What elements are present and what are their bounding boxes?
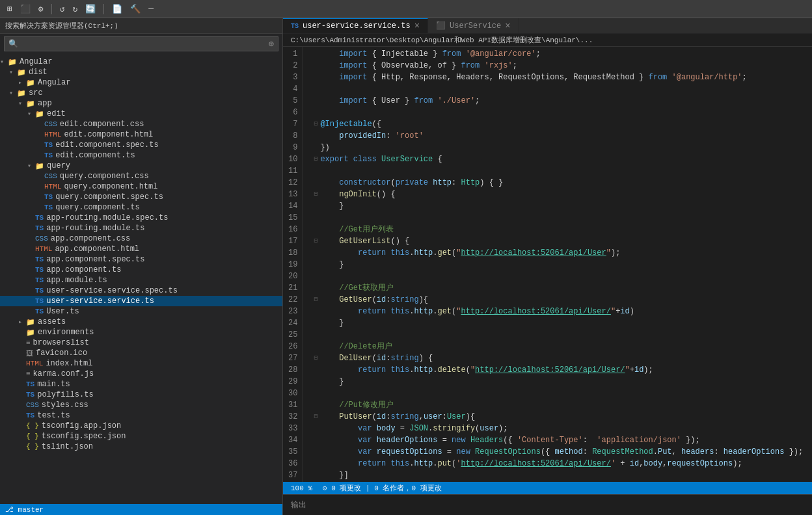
tree-item-query-spec[interactable]: TSquery.component.spec.ts [0,192,282,202]
tree-item-edit-html[interactable]: HTMLedit.component.html [0,129,282,140]
code-line-19: } [311,259,812,271]
toolbar-icon-build[interactable]: 🔨 [128,3,142,16]
toolbar-icon-file[interactable]: 📄 [110,3,124,16]
tree-label: tsconfig.app.json [42,421,121,430]
folder-icon: 📁 [26,318,35,326]
tree-label: src [29,88,43,98]
tab-close-btn[interactable]: × [505,21,510,31]
fold-gutter-10[interactable]: ⊟ [311,153,320,165]
zoom-level: 100 % [291,484,312,492]
folder-icon: 📁 [35,162,44,170]
code-text-3: import { Http, Response, Headers, Reques… [320,72,812,83]
tree-item-karma[interactable]: ≡karma.conf.js [0,369,282,379]
search-input[interactable] [21,40,269,48]
line-number-19: 19 [288,259,297,271]
tree-item-dist[interactable]: ▾📁dist [0,67,282,77]
tree-item-user-service-ts[interactable]: TSuser-service.service.ts [0,296,282,306]
tree-item-favicon[interactable]: 🖼favicon.ico [0,348,282,358]
json-icon: { } [26,443,39,451]
tree-item-tslint[interactable]: { }tslint.json [0,442,282,452]
toolbar-icon-redo[interactable]: ↻ [70,3,79,16]
tree-item-edit-css[interactable]: CSSedit.component.css [0,119,282,129]
tree-item-src[interactable]: ▾📁src [0,88,282,98]
fold-gutter-27[interactable]: ⊟ [311,352,320,364]
code-line-35: var requestOptions = new RequestOptions(… [311,446,812,458]
ts-icon: TS [44,152,53,159]
tree-item-polyfills[interactable]: TSpolyfills.ts [0,390,282,400]
tree-item-query-css[interactable]: CSSquery.component.css [0,171,282,181]
code-text-29: } [320,376,812,388]
fold-gutter-13[interactable]: ⊟ [311,189,320,200]
tree-label: styles.css [42,401,88,410]
toolbar-icon-undo[interactable]: ↺ [58,3,67,16]
tree-item-angular-dist[interactable]: ▸📁Angular [0,77,282,88]
tree-label: Angular [38,78,70,87]
tree-item-app-routing-spec[interactable]: TSapp-routing.module.spec.ts [0,213,282,223]
tree-item-tsconfig-app[interactable]: { }tsconfig.app.json [0,421,282,431]
tree-label: query.component.spec.ts [55,192,163,202]
tree-item-edit-spec[interactable]: TSedit.component.spec.ts [0,140,282,150]
toolbar-icon-2[interactable]: ⬛ [18,3,33,16]
tree-label: query.component.css [60,172,149,181]
ts-icon: TS [35,256,44,263]
tree-item-app-css[interactable]: CSSapp.component.css [0,233,282,244]
code-line-12: constructor(private http: Http) { } [311,177,812,189]
tree-item-user-service-spec[interactable]: TSuser-service.service.spec.ts [0,285,282,296]
breadcrumb-bar: C:\Users\Administrator\Desktop\Angular和W… [283,34,812,47]
editor-tab-0[interactable]: TSuser-service.service.ts× [283,18,428,33]
code-content[interactable]: import { Injectable } from '@angular/cor… [303,47,812,482]
code-line-20 [311,271,812,282]
toolbar-icon-3[interactable]: ⚙ [36,3,46,16]
line-number-29: 29 [288,376,297,388]
tree-item-tsconfig-spec[interactable]: { }tsconfig.spec.json [0,431,282,442]
tree-item-environments[interactable]: 📁environments [0,327,282,337]
tree-item-query[interactable]: ▾📁query [0,161,282,171]
tree-item-app-spec[interactable]: TSapp.component.spec.ts [0,254,282,265]
tab-close-btn[interactable]: × [414,21,420,31]
tree-item-user-ts[interactable]: TSUser.ts [0,306,282,317]
line-number-26: 26 [288,341,297,352]
file-tree: ▾📁Angular▾📁dist▸📁Angular▾📁src▾📁app▾📁edit… [0,54,282,504]
code-text-24: } [320,317,812,329]
ts-icon: TS [35,224,44,232]
search-btn[interactable]: ⊕ [269,38,274,49]
code-line-26: //Delete用户 [311,341,812,352]
code-line-22: ⊟ GetUser(id:string){ [311,294,812,306]
tree-item-edit-ts[interactable]: TSedit.component.ts [0,150,282,161]
tree-item-app-ts[interactable]: TSapp.component.ts [0,265,282,275]
tree-item-test-ts[interactable]: TStest.ts [0,410,282,421]
tree-item-app-module[interactable]: TSapp.module.ts [0,275,282,285]
tree-item-edit[interactable]: ▾📁edit [0,109,282,119]
tree-label: app [38,99,52,108]
tree-item-app[interactable]: ▾📁app [0,98,282,109]
tree-item-query-html[interactable]: HTMLquery.component.html [0,181,282,192]
fold-gutter-22[interactable]: ⊟ [311,294,320,306]
fold-gutter-7[interactable]: ⊟ [311,118,320,130]
toolbar-icon-minus[interactable]: — [146,3,156,15]
tree-label: tslint.json [42,442,93,451]
tree-item-app-html[interactable]: HTMLapp.component.html [0,244,282,254]
line-number-16: 16 [288,224,297,235]
toolbar-icon-1[interactable]: ⊞ [5,3,14,16]
code-text-7: @Injectable({ [320,118,812,130]
tree-item-main-ts[interactable]: TSmain.ts [0,379,282,390]
search-bar: 🔍 ⊕ [4,36,278,51]
tree-label: app.component.css [51,234,130,243]
fold-gutter-17[interactable]: ⊟ [311,235,320,247]
toolbar-icon-refresh[interactable]: 🔄 [83,3,98,16]
tree-item-browserslist[interactable]: ≡browserslist [0,337,282,348]
fold-gutter-32[interactable]: ⊟ [311,411,320,423]
tree-item-styles-css[interactable]: CSSstyles.css [0,400,282,410]
tree-item-index-html[interactable]: HTMLindex.html [0,358,282,369]
tree-item-app-routing[interactable]: TSapp-routing.module.ts [0,223,282,233]
editor-tab-1[interactable]: ⬛UserService× [428,18,519,33]
tree-item-query-ts[interactable]: TSquery.component.ts [0,202,282,213]
ts-icon: TS [35,214,44,222]
code-line-6 [311,107,812,118]
tree-label: index.html [46,359,92,368]
code-text-18: return this.http.get("http://localhost:5… [320,247,812,259]
tree-item-assets[interactable]: ▸📁assets [0,317,282,327]
tree-item-angular-root[interactable]: ▾📁Angular [0,57,282,67]
code-text-17: GetUserList() { [320,235,812,247]
line-number-9: 9 [288,142,297,153]
